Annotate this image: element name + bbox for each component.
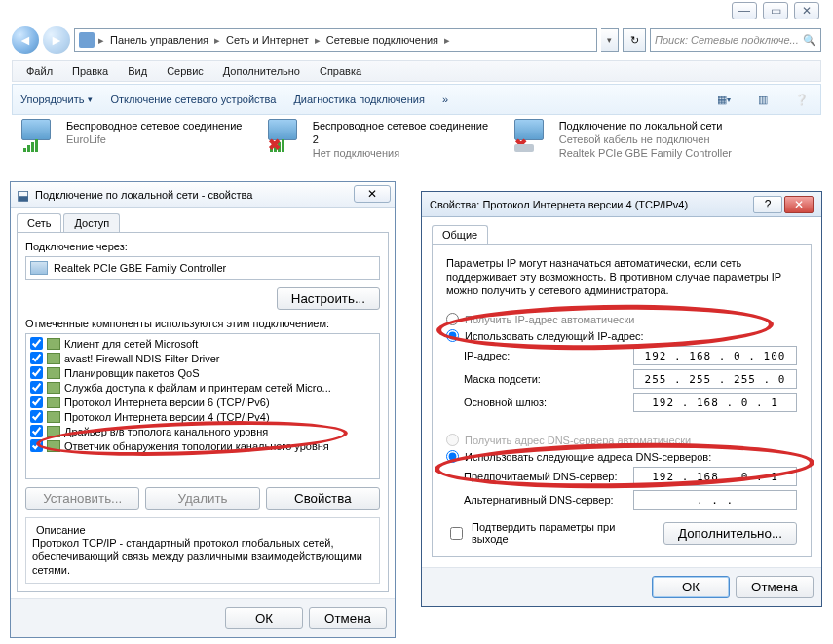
component-item[interactable]: avast! Firewall NDIS Filter Driver (28, 351, 377, 365)
component-checkbox[interactable] (30, 381, 43, 394)
component-label: Драйвер в/в тополога канального уровня (64, 426, 268, 437)
component-item[interactable]: Драйвер в/в тополога канального уровня (28, 424, 377, 438)
ipv4-properties-dialog: Свойства: Протокол Интернета версии 4 (T… (421, 191, 822, 607)
install-button[interactable]: Установить... (25, 487, 139, 510)
refresh-button[interactable]: ↻ (623, 28, 646, 52)
view-options-button[interactable]: ▦▾ (713, 89, 735, 110)
component-item[interactable]: Служба доступа к файлам и принтерам сете… (28, 380, 377, 395)
radio-label: Использовать следующий IP-адрес: (465, 330, 644, 342)
gateway-label: Основной шлюз: (464, 397, 633, 408)
radio-auto-dns[interactable]: Получить адрес DNS-сервера автоматически (446, 434, 797, 446)
connection-tile-wireless-2[interactable]: ✖ Беспроводное сетевое соединение 2 Нет … (268, 119, 497, 160)
close-button[interactable]: ✕ (794, 2, 819, 19)
breadcrumb-segment[interactable]: Сетевые подключения (324, 34, 440, 46)
wifi-disconnected-icon: ✖ (268, 119, 307, 150)
menu-service[interactable]: Сервис (157, 63, 213, 79)
checkbox-input[interactable] (450, 527, 463, 540)
component-label: Служба доступа к файлам и принтерам сете… (64, 382, 331, 394)
ethernet-disconnected-icon: ✖ (514, 119, 553, 150)
chevron-right-icon: ▸ (315, 34, 321, 47)
connection-tile-lan[interactable]: ✖ Подключение по локальной сети Сетевой … (514, 119, 812, 160)
ok-button[interactable]: ОК (652, 576, 730, 598)
search-input[interactable]: Поиск: Сетевые подключе... 🔍 (650, 28, 821, 52)
component-checkbox[interactable] (30, 352, 43, 364)
component-label: Клиент для сетей Microsoft (64, 338, 198, 350)
menu-file[interactable]: Файл (17, 63, 62, 79)
address-dropdown-button[interactable]: ▾ (601, 28, 619, 52)
cancel-button[interactable]: Отмена (736, 576, 814, 598)
component-checkbox[interactable] (30, 439, 43, 452)
ip-input[interactable]: 192 . 168 . 0 . 100 (633, 346, 797, 365)
maximize-button[interactable]: ▭ (763, 2, 788, 19)
adapter-name: Realtek PCIe GBE Family Controller (54, 262, 226, 274)
component-item[interactable]: Протокол Интернета версии 6 (TCP/IPv6) (28, 395, 377, 409)
configure-button[interactable]: Настроить... (277, 287, 380, 310)
component-item[interactable]: Протокол Интернета версии 4 (TCP/IPv4) (28, 409, 377, 424)
components-label: Отмеченные компоненты используются этим … (25, 318, 380, 329)
component-item[interactable]: Планировщик пакетов QoS (28, 365, 377, 380)
address-bar[interactable]: ▸ Панель управления ▸ Сеть и Интернет ▸ … (74, 28, 597, 52)
breadcrumb-segment[interactable]: Панель управления (108, 34, 210, 46)
dns1-input[interactable]: 192 . 168 . 0 . 1 (633, 467, 797, 486)
tab-network[interactable]: Сеть (17, 213, 61, 232)
chevron-right-icon: ▸ (98, 34, 104, 47)
minimize-button[interactable]: — (732, 2, 757, 19)
disable-device-button[interactable]: Отключение сетевого устройства (110, 94, 276, 105)
menu-edit[interactable]: Правка (62, 63, 118, 79)
forward-button[interactable]: ► (43, 26, 70, 54)
component-item[interactable]: Клиент для сетей Microsoft (28, 336, 377, 351)
radio-manual-ip[interactable]: Использовать следующий IP-адрес: (446, 329, 797, 342)
component-checkbox[interactable] (30, 396, 43, 408)
component-checkbox[interactable] (30, 366, 43, 379)
preferred-dns-field: Предпочитаемый DNS-сервер: 192 . 168 . 0… (446, 467, 797, 486)
menu-extra[interactable]: Дополнительно (213, 63, 310, 79)
uninstall-button[interactable]: Удалить (145, 487, 259, 510)
gateway-input[interactable]: 192 . 168 . 0 . 1 (633, 393, 797, 412)
help-button[interactable]: ? (753, 196, 782, 213)
radio-auto-ip[interactable]: Получить IP-адрес автоматически (446, 313, 797, 325)
component-checkbox[interactable] (30, 337, 43, 350)
component-icon (47, 440, 60, 452)
component-item[interactable]: Ответчик обнаружения топологии канальног… (28, 438, 377, 453)
components-list[interactable]: Клиент для сетей Microsoftavast! Firewal… (25, 333, 380, 479)
close-button[interactable]: ✕ (354, 185, 391, 203)
dialog-titlebar[interactable]: Свойства: Протокол Интернета версии 4 (T… (422, 192, 821, 217)
component-icon (47, 411, 60, 423)
cancel-button[interactable]: Отмена (309, 607, 387, 629)
back-button[interactable]: ◄ (12, 26, 39, 54)
tab-access[interactable]: Доступ (63, 213, 120, 232)
connection-tile-wireless-1[interactable]: Беспроводное сетевое соединение EuroLife (21, 119, 250, 160)
menu-view[interactable]: Вид (118, 63, 157, 79)
description-group-title: Описание (32, 524, 90, 536)
dns2-input[interactable]: . . . (633, 490, 797, 510)
validate-checkbox[interactable]: Подтвердить параметры при выходе Дополни… (446, 521, 797, 545)
rename-button[interactable]: » (442, 94, 448, 105)
checkbox-label: Подтвердить параметры при выходе (472, 521, 652, 545)
preview-pane-button[interactable]: ▥ (752, 89, 774, 110)
dialog-title: Подключение по локальной сети - свойства (35, 189, 252, 201)
ok-button[interactable]: ОК (225, 607, 303, 629)
radio-input[interactable] (446, 329, 459, 342)
ipv4-description: Параметры IP могут назначаться автоматич… (446, 256, 797, 297)
organize-button[interactable]: Упорядочить▾ (20, 94, 93, 105)
radio-manual-dns[interactable]: Использовать следующие адреса DNS-сервер… (446, 450, 797, 463)
radio-label: Получить IP-адрес автоматически (465, 314, 634, 325)
tab-general[interactable]: Общие (432, 225, 488, 244)
component-checkbox[interactable] (30, 425, 43, 437)
dns2-label: Альтернативный DNS-сервер: (464, 494, 633, 506)
component-checkbox[interactable] (30, 410, 43, 423)
advanced-button[interactable]: Дополнительно... (663, 522, 797, 545)
radio-input[interactable] (446, 313, 459, 325)
diagnose-button[interactable]: Диагностика подключения (293, 94, 424, 105)
properties-button[interactable]: Свойства (266, 487, 380, 510)
dialog-titlebar[interactable]: ⬓ Подключение по локальной сети - свойст… (11, 182, 395, 208)
connection-status: Сетевой кабель не подключен (559, 133, 732, 146)
component-icon (47, 367, 60, 379)
radio-input[interactable] (446, 450, 459, 463)
breadcrumb-segment[interactable]: Сеть и Интернет (224, 34, 311, 46)
mask-input[interactable]: 255 . 255 . 255 . 0 (633, 369, 797, 389)
menu-help[interactable]: Справка (310, 63, 371, 79)
close-button[interactable]: ✕ (784, 196, 814, 213)
connections-view: Беспроводное сетевое соединение EuroLife… (21, 119, 812, 160)
help-button[interactable]: ❔ (791, 89, 813, 110)
